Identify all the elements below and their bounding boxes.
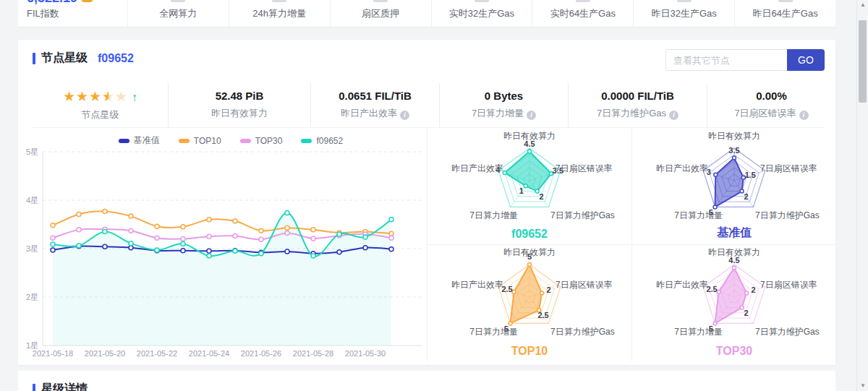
- data-point: [285, 249, 289, 254]
- star-half-icon: ★★: [102, 89, 115, 105]
- page: { "ticker": { "items": [ {"label": "FIL指…: [0, 0, 868, 391]
- data-point: [311, 236, 315, 241]
- ticker-item-1[interactable]: 6,322.19FIL指数: [18, 0, 128, 27]
- radar-data-point: [528, 263, 532, 267]
- radar-axis-label: 昨日有效算力: [503, 131, 556, 141]
- scroll-up-icon[interactable]: ▲: [857, 0, 868, 10]
- data-point: [77, 228, 81, 232]
- ticker-item-8[interactable]: 昨日64生产Gas: [735, 0, 835, 27]
- info-icon[interactable]: i: [669, 111, 678, 120]
- clipped-value-remnant: [475, 0, 489, 2]
- stat-label-text: 7日扇区错误率: [734, 108, 796, 119]
- stat-metric-2: 0.0651 FIL/TiB昨日产出效率i: [311, 83, 440, 127]
- scrollbar[interactable]: ▲ ▼: [856, 0, 868, 391]
- legend-label: TOP10: [194, 136, 221, 146]
- radar-axis-label: 7日扇区错误率: [760, 163, 817, 173]
- radar-axis-label: 昨日产出效率: [656, 280, 708, 290]
- radar-axis-label: 昨日产出效率: [451, 280, 503, 290]
- legend-item-f09652[interactable]: f09652: [301, 134, 343, 147]
- data-point: [389, 218, 393, 222]
- data-point: [129, 214, 133, 218]
- radar-data-polygon: [505, 152, 551, 192]
- radar-data-point: [740, 189, 744, 193]
- line-chart-svg: 1星2星3星4星5星2021-05-182021-05-202021-05-22…: [24, 130, 438, 360]
- stat-label: 昨日有效算力: [169, 107, 310, 120]
- radar-data-point: [713, 205, 717, 209]
- radar-axis-label: 昨日有效算力: [708, 247, 760, 257]
- radar-title-基准值: 基准值: [632, 225, 836, 241]
- y-axis-label: 3星: [26, 244, 38, 253]
- data-point: [155, 236, 159, 240]
- node-id-link[interactable]: f09652: [98, 52, 134, 65]
- clipped-value-remnant: [778, 0, 793, 2]
- radar-data-point: [740, 306, 744, 309]
- search-input[interactable]: [665, 49, 787, 71]
- data-point: [181, 237, 185, 241]
- radar-data-point: [524, 184, 527, 188]
- star-full-icon: ★: [89, 89, 102, 104]
- radar-cell-基准值: 3.51.5253昨日有效算力7日扇区错误率7日算力维护Gas7日算力增量昨日产…: [632, 129, 836, 245]
- legend-label: 基准值: [134, 134, 160, 147]
- stat-label: 7日算力增量i: [440, 107, 568, 120]
- data-point: [285, 225, 289, 230]
- ticker-item-6[interactable]: 实时64生产Gas: [532, 0, 634, 27]
- detail-header: 星级详情: [33, 382, 88, 391]
- data-point: [129, 241, 133, 246]
- detail-title: 星级详情: [41, 382, 88, 391]
- node-star-card: 节点星级 f09652 GO ★★★★★★↑ 节点星级 52.48 PiB昨日有…: [18, 40, 835, 365]
- ticker-label: 实时64生产Gas: [532, 8, 633, 20]
- scrollbar-thumb[interactable]: [859, 20, 867, 103]
- ticker-label: 扇区质押: [331, 8, 431, 20]
- data-point: [129, 246, 133, 250]
- data-point: [207, 249, 211, 253]
- legend-item-基准值[interactable]: 基准值: [119, 134, 160, 147]
- x-axis-label: 2021-05-26: [241, 349, 281, 358]
- data-point: [311, 254, 315, 258]
- radar-axis-label: 7日扇区错误率: [760, 280, 817, 290]
- radar-axis-label: 昨日有效算力: [503, 247, 556, 257]
- data-point: [207, 234, 211, 239]
- radar-axis-label: 7日算力增量: [469, 210, 518, 220]
- scroll-down-icon[interactable]: ▼: [857, 381, 868, 391]
- legend-swatch: [240, 139, 251, 143]
- radar-data-point: [509, 322, 512, 325]
- radar-value-label: 3.5: [728, 146, 739, 155]
- radar-axis-label: 7日算力增量: [674, 327, 723, 337]
- info-icon[interactable]: i: [799, 111, 809, 120]
- go-button[interactable]: GO: [787, 49, 825, 71]
- stat-metric-5: 0.00%7日扇区错误率i: [707, 83, 835, 127]
- radar-value-label: 2: [744, 309, 748, 317]
- chart-legend: 基准值TOP10TOP30f09652: [24, 134, 438, 147]
- node-search: GO: [665, 49, 825, 71]
- accent-bar-icon: [33, 384, 35, 391]
- info-icon[interactable]: i: [527, 111, 536, 120]
- radar-value-label: 1: [519, 186, 524, 195]
- x-axis-label: 2021-05-20: [85, 349, 125, 358]
- stat-value: 0.00%: [707, 89, 835, 103]
- ticker-item-5[interactable]: 实时32生产Gas: [432, 0, 533, 27]
- ticker-item-7[interactable]: 昨日32生产Gas: [634, 0, 735, 27]
- radar-title-f09652: f09652: [427, 228, 631, 241]
- info-icon[interactable]: i: [400, 111, 409, 120]
- ticker-item-3[interactable]: 24h算力增量: [229, 0, 331, 27]
- data-point: [181, 241, 185, 246]
- clipped-value-remnant: [171, 0, 185, 2]
- data-point: [103, 244, 107, 249]
- radar-axis-label: 昨日产出效率: [451, 163, 503, 173]
- legend-item-TOP30[interactable]: TOP30: [240, 134, 283, 147]
- ticker-item-4[interactable]: 扇区质押: [331, 0, 432, 27]
- ticker-label: 昨日64生产Gas: [735, 8, 835, 20]
- stat-metric-3: 0 Bytes7日算力增量i: [440, 83, 569, 127]
- y-axis-label: 5星: [26, 147, 38, 156]
- radar-axis-label: 7日算力维护Gas: [755, 327, 820, 337]
- ticker-item-2[interactable]: 全网算力: [128, 0, 229, 27]
- stat-label-text: 7日算力增量: [472, 108, 524, 119]
- radar-svg-f09652: 4.53.5214昨日有效算力7日扇区错误率7日算力维护Gas7日算力增量昨日产…: [427, 129, 631, 224]
- radar-svg-TOP10: 522.552.5昨日有效算力7日扇区错误率7日算力维护Gas7日算力增量昨日产…: [427, 245, 631, 340]
- data-point: [129, 228, 133, 233]
- legend-item-TOP10[interactable]: TOP10: [179, 134, 221, 147]
- data-point: [259, 228, 263, 233]
- accent-bar-icon: [33, 53, 35, 64]
- data-point: [155, 248, 159, 252]
- legend-swatch: [179, 139, 190, 143]
